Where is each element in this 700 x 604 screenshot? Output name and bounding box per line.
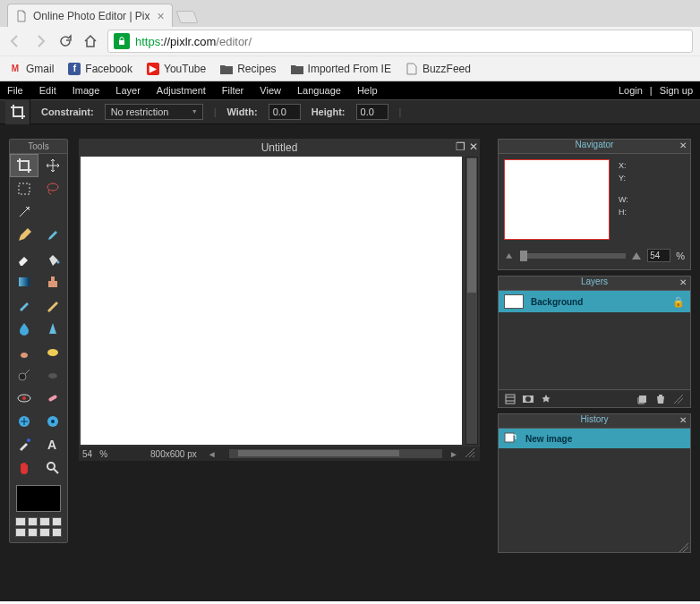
signup-link[interactable]: Sign up xyxy=(660,85,693,96)
layer-name: Background xyxy=(531,297,583,307)
crop-tool[interactable] xyxy=(10,154,38,177)
close-icon[interactable]: ✕ xyxy=(679,277,687,287)
gradient-tool[interactable] xyxy=(10,270,38,293)
svg-point-4 xyxy=(57,261,60,264)
bookmark-gmail[interactable]: MGmail xyxy=(9,63,54,75)
clone-tool[interactable] xyxy=(38,270,67,293)
burn-tool[interactable] xyxy=(38,363,67,387)
resize-handle[interactable] xyxy=(672,393,685,405)
smudge-tool[interactable] xyxy=(10,340,38,363)
menu-adjustment[interactable]: Adjustment xyxy=(157,85,206,96)
layer-row[interactable]: Background 🔒 xyxy=(499,291,690,312)
bloat-tool[interactable] xyxy=(10,410,38,433)
bookmark-youtube[interactable]: ▶YouTube xyxy=(147,63,206,75)
zoom-tool[interactable] xyxy=(38,456,67,480)
eyedropper-tool[interactable] xyxy=(10,433,38,456)
redeye-tool[interactable] xyxy=(10,387,38,410)
swatch[interactable] xyxy=(52,528,63,537)
close-icon[interactable]: ✕ xyxy=(679,415,687,425)
reload-button[interactable] xyxy=(57,33,73,49)
eraser-tool[interactable] xyxy=(10,247,38,270)
browser-tab[interactable]: Online Photo Editor | Pix × xyxy=(7,4,173,27)
bookmark-buzzfeed[interactable]: BuzzFeed xyxy=(405,63,471,75)
swatch[interactable] xyxy=(15,517,26,526)
layer-styles-icon[interactable] xyxy=(540,393,552,405)
menu-image[interactable]: Image xyxy=(73,85,100,96)
layer-settings-icon[interactable] xyxy=(504,393,516,405)
menu-view[interactable]: View xyxy=(260,85,281,96)
resize-handle[interactable] xyxy=(679,543,688,550)
close-icon[interactable]: × xyxy=(158,9,165,23)
back-button[interactable] xyxy=(7,33,23,49)
canvas[interactable] xyxy=(81,157,462,445)
new-tab-button[interactable] xyxy=(175,11,198,23)
swatch[interactable] xyxy=(15,528,26,537)
svg-rect-1 xyxy=(19,183,30,194)
menu-filter[interactable]: Filter xyxy=(222,85,243,96)
canvas-window: Untitled ❐ ✕ 54 % 800x600 px ◄ ► xyxy=(79,139,480,461)
color-replace-tool[interactable] xyxy=(10,293,38,317)
lock-icon[interactable]: 🔒 xyxy=(672,296,685,308)
spot-heal-tool[interactable] xyxy=(38,387,67,410)
forward-button[interactable] xyxy=(32,33,48,49)
menu-edit[interactable]: Edit xyxy=(39,85,56,96)
type-tool[interactable]: A xyxy=(38,433,67,456)
bookmark-imported[interactable]: Imported From IE xyxy=(291,63,391,75)
bookmark-facebook[interactable]: fFacebook xyxy=(68,63,132,75)
bucket-tool[interactable] xyxy=(38,247,67,270)
svg-point-18 xyxy=(47,463,55,470)
close-icon[interactable]: ✕ xyxy=(469,140,478,153)
pixlr-app: File Edit Image Layer Adjustment Filter … xyxy=(0,81,700,601)
pinch-tool[interactable] xyxy=(38,410,67,433)
foreground-color[interactable] xyxy=(16,485,61,512)
horizontal-scrollbar[interactable] xyxy=(229,449,442,458)
constraint-select[interactable]: No restriction xyxy=(105,104,203,120)
swatch[interactable] xyxy=(39,528,50,537)
width-input[interactable] xyxy=(269,104,301,120)
history-row[interactable]: New image xyxy=(499,429,690,448)
brush-tool[interactable] xyxy=(38,224,67,247)
layers-title: Layers xyxy=(581,276,608,286)
zoom-slider[interactable] xyxy=(520,253,626,259)
zoom-out-icon[interactable] xyxy=(504,251,515,260)
menu-language[interactable]: Language xyxy=(297,85,341,96)
swatch[interactable] xyxy=(28,528,38,537)
move-tool[interactable] xyxy=(38,154,67,177)
url-input[interactable]: https ://pixlr.com /editor/ xyxy=(107,30,693,53)
navigator-info: X: Y: W: H: xyxy=(619,159,628,240)
sharpen-tool[interactable] xyxy=(38,317,67,340)
zoom-input[interactable] xyxy=(647,249,670,262)
canvas-titlebar[interactable]: Untitled ❐ ✕ xyxy=(79,139,480,157)
bookmark-recipes[interactable]: Recipes xyxy=(220,63,276,75)
pencil-tool[interactable] xyxy=(10,224,38,247)
url-path: /editor/ xyxy=(216,35,252,48)
new-layer-icon[interactable] xyxy=(636,393,649,405)
menu-layer[interactable]: Layer xyxy=(115,85,141,96)
hand-tool[interactable] xyxy=(10,456,38,480)
dodge-tool[interactable] xyxy=(10,363,38,387)
draw-tool[interactable] xyxy=(38,293,67,317)
swatch[interactable] xyxy=(52,517,63,526)
wand-tool[interactable] xyxy=(10,200,38,224)
lock-icon xyxy=(114,33,130,49)
lasso-tool[interactable] xyxy=(38,177,67,200)
delete-layer-icon[interactable] xyxy=(654,393,667,405)
vertical-scrollbar[interactable] xyxy=(465,157,478,445)
zoom-in-icon[interactable] xyxy=(631,251,642,260)
marquee-tool[interactable] xyxy=(10,177,38,200)
blur-tool[interactable] xyxy=(10,317,38,340)
swatch[interactable] xyxy=(28,517,38,526)
sponge-tool[interactable] xyxy=(38,340,67,363)
menu-help[interactable]: Help xyxy=(357,85,378,96)
layer-mask-icon[interactable] xyxy=(522,393,534,405)
height-input[interactable] xyxy=(356,104,388,120)
menu-file[interactable]: File xyxy=(7,85,23,96)
resize-handle[interactable] xyxy=(465,448,476,459)
close-icon[interactable]: ✕ xyxy=(679,140,687,150)
login-link[interactable]: Login xyxy=(619,85,643,96)
navigator-preview[interactable] xyxy=(504,159,610,240)
swatch[interactable] xyxy=(39,517,50,526)
home-button[interactable] xyxy=(82,33,98,49)
maximize-icon[interactable]: ❐ xyxy=(456,140,465,153)
tools-panel: Tools xyxy=(9,139,68,543)
